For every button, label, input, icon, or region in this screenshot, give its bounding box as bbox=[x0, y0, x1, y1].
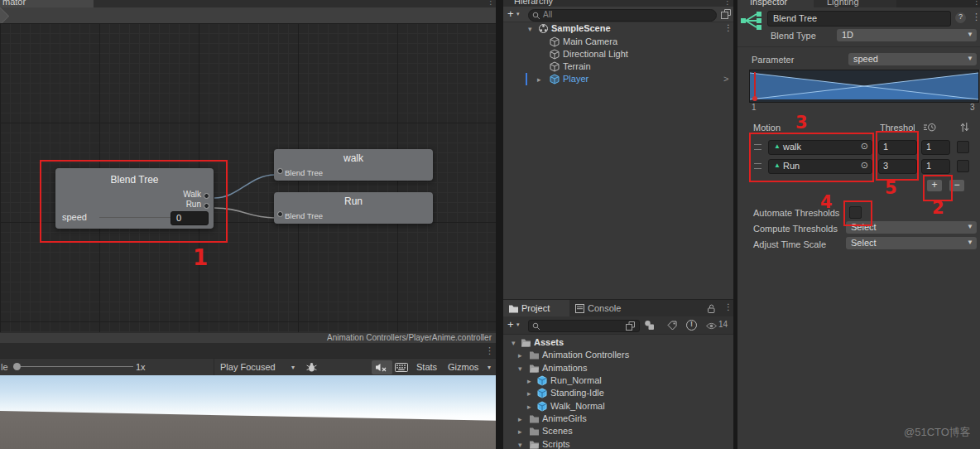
foldout-arrow-icon[interactable]: ▾ bbox=[512, 339, 516, 348]
adjust-time-scale-dropdown[interactable]: Select ▼ bbox=[846, 237, 977, 249]
foldout-arrow-icon[interactable]: ▾ bbox=[518, 365, 522, 374]
walk-state-node[interactable]: walk Blend Tree bbox=[274, 149, 433, 181]
animator-toolbar bbox=[0, 7, 496, 24]
folder-open-icon bbox=[529, 440, 540, 449]
project-more-icon[interactable]: ⋮ bbox=[724, 302, 733, 313]
search-by-label-icon[interactable] bbox=[667, 321, 677, 331]
foldout-arrow-icon[interactable]: ▾ bbox=[518, 441, 522, 449]
project-row-scripts[interactable]: ▾ Scripts bbox=[503, 438, 733, 449]
animator-panel: mator ⋮ Blend Tree Walk Run speed bbox=[0, 0, 496, 375]
mute-audio-button[interactable] bbox=[372, 360, 392, 374]
blend-graph[interactable] bbox=[749, 70, 979, 103]
model-asset-icon bbox=[537, 401, 547, 412]
project-row-animegirls[interactable]: ▸ AnimeGirls bbox=[503, 413, 733, 425]
foldout-arrow-icon[interactable]: ▸ bbox=[537, 75, 541, 84]
lock-icon[interactable] bbox=[707, 304, 716, 314]
game-view[interactable] bbox=[0, 375, 496, 449]
foldout-arrow-icon[interactable]: ▸ bbox=[518, 415, 522, 424]
hidden-count-eye-icon[interactable] bbox=[706, 322, 717, 330]
hierarchy-row-player[interactable]: ▸ Player > bbox=[503, 73, 733, 85]
warning-filter-icon[interactable]: ! bbox=[686, 320, 697, 331]
mirror-checkbox[interactable] bbox=[957, 160, 969, 172]
hierarchy-search-input[interactable]: All bbox=[528, 9, 717, 22]
time-scale-field[interactable]: 1 bbox=[921, 159, 950, 174]
scene-more-icon[interactable]: ⋮ bbox=[724, 23, 733, 34]
create-arrow-icon[interactable]: ▾ bbox=[516, 11, 520, 18]
tab-hierarchy[interactable]: Hierarchy bbox=[514, 0, 553, 7]
create-button[interactable]: + bbox=[507, 7, 514, 21]
game-view-more-icon[interactable]: ⋮ bbox=[485, 345, 494, 357]
scale-label-clipped: le bbox=[1, 362, 8, 374]
foldout-arrow-icon[interactable]: ▸ bbox=[518, 427, 522, 437]
foldout-arrow-icon[interactable]: ▸ bbox=[527, 389, 531, 398]
tab-animator-label: mator bbox=[2, 0, 26, 7]
scale-slider-track[interactable] bbox=[21, 366, 133, 367]
hierarchy-row-main-camera[interactable]: Main Camera bbox=[503, 36, 733, 48]
foldout-arrow-icon[interactable]: ▸ bbox=[518, 351, 522, 360]
search-by-type-icon[interactable] bbox=[644, 320, 656, 331]
parameter-dropdown[interactable]: speed ▼ bbox=[848, 53, 977, 65]
hierarchy-row-samplescene[interactable]: ▾ SampleScene ⋮ bbox=[503, 22, 733, 35]
animator-graph[interactable]: Blend Tree Walk Run speed 0 walk Blend T… bbox=[0, 23, 496, 332]
gizmos-arrow-icon[interactable]: ▾ bbox=[488, 364, 491, 372]
project-create-button[interactable]: + bbox=[507, 318, 514, 331]
blend-type-dropdown[interactable]: 1D ▼ bbox=[837, 29, 977, 41]
run-state-node[interactable]: Run Blend Tree bbox=[274, 192, 433, 224]
play-focused-arrow-icon[interactable]: ▾ bbox=[291, 364, 295, 372]
selection-indicator bbox=[526, 73, 527, 85]
header-more-icon[interactable]: ⋮ bbox=[972, 12, 980, 23]
scale-slider-knob[interactable] bbox=[13, 363, 21, 370]
hidden-count: 14 bbox=[718, 320, 728, 331]
debug-bug-icon[interactable] bbox=[306, 362, 317, 373]
blend-tree-name-field[interactable]: Blend Tree bbox=[767, 11, 951, 27]
time-scale-field[interactable]: 1 bbox=[921, 140, 950, 155]
model-asset-icon bbox=[537, 388, 547, 398]
gizmos-button[interactable]: Gizmos bbox=[448, 362, 478, 374]
hierarchy-toolbar: + ▾ All bbox=[503, 7, 733, 22]
dropdown-arrow-icon: ▼ bbox=[967, 55, 973, 62]
item-label: Terrain bbox=[563, 61, 591, 73]
hierarchy-more-icon[interactable]: ⋮ bbox=[723, 0, 732, 7]
controller-path-bar: Animation Controllers/PlayerAnime.contro… bbox=[0, 332, 496, 344]
stats-button[interactable]: Stats bbox=[416, 362, 437, 374]
project-row-scenes[interactable]: ▸ Scenes bbox=[503, 425, 733, 437]
project-create-arrow-icon[interactable]: ▾ bbox=[516, 321, 520, 329]
hierarchy-row-directional-light[interactable]: Directional Light bbox=[503, 48, 733, 60]
project-row-run-normal[interactable]: ▸ Run_Normal bbox=[503, 374, 733, 387]
tab-console[interactable]: Console bbox=[569, 300, 640, 317]
keyboard-icon[interactable] bbox=[395, 363, 408, 372]
open-search-window-icon[interactable] bbox=[626, 321, 635, 331]
play-focused-dropdown[interactable]: Play Focused bbox=[220, 362, 276, 374]
tab-inspector[interactable]: Inspector bbox=[737, 0, 814, 7]
tab-lighting[interactable]: Lighting bbox=[814, 0, 896, 7]
tab-animator[interactable]: mator bbox=[0, 0, 94, 7]
gameobject-cube-icon bbox=[550, 49, 560, 60]
walk-input-port bbox=[277, 168, 283, 174]
player-chevron-icon[interactable]: > bbox=[723, 74, 728, 85]
toolbar-divider bbox=[214, 359, 214, 376]
parameter-label: Parameter bbox=[752, 55, 794, 66]
foldout-arrow-icon[interactable]: ▸ bbox=[527, 403, 531, 412]
run-input-label: Blend Tree bbox=[285, 211, 323, 221]
mirror-checkbox[interactable] bbox=[957, 141, 969, 153]
tab-console-label: Console bbox=[588, 303, 621, 315]
help-icon[interactable]: ? bbox=[955, 12, 966, 23]
inspector-more-icon[interactable]: ⋮ bbox=[973, 0, 980, 7]
hierarchy-row-terrain[interactable]: Terrain bbox=[503, 60, 733, 73]
unity-editor-window: mator ⋮ Blend Tree Walk Run speed bbox=[0, 0, 980, 449]
project-row-walk-normal[interactable]: ▸ Walk_Normal bbox=[503, 400, 733, 413]
annotation-number-2: 2 bbox=[932, 198, 944, 218]
scene-picker-icon[interactable] bbox=[721, 9, 731, 19]
project-row-animation-controllers[interactable]: ▸ Animation Controllers bbox=[503, 349, 733, 361]
foldout-arrow-icon[interactable]: ▸ bbox=[527, 377, 531, 386]
tab-project[interactable]: Project bbox=[503, 300, 569, 317]
project-row-assets[interactable]: ▾ Assets bbox=[503, 336, 733, 349]
divider-left[interactable] bbox=[496, 0, 503, 449]
dropdown-arrow-icon: ▼ bbox=[967, 239, 973, 246]
foldout-arrow-icon[interactable]: ▾ bbox=[528, 25, 532, 34]
project-search-input[interactable] bbox=[528, 320, 640, 332]
project-row-standing-idle[interactable]: ▸ Standing-Idle bbox=[503, 387, 733, 399]
remove-label: − bbox=[954, 179, 959, 191]
project-row-animations[interactable]: ▾ Animations bbox=[503, 362, 733, 374]
animator-window-more-icon[interactable]: ⋮ bbox=[487, 0, 495, 7]
